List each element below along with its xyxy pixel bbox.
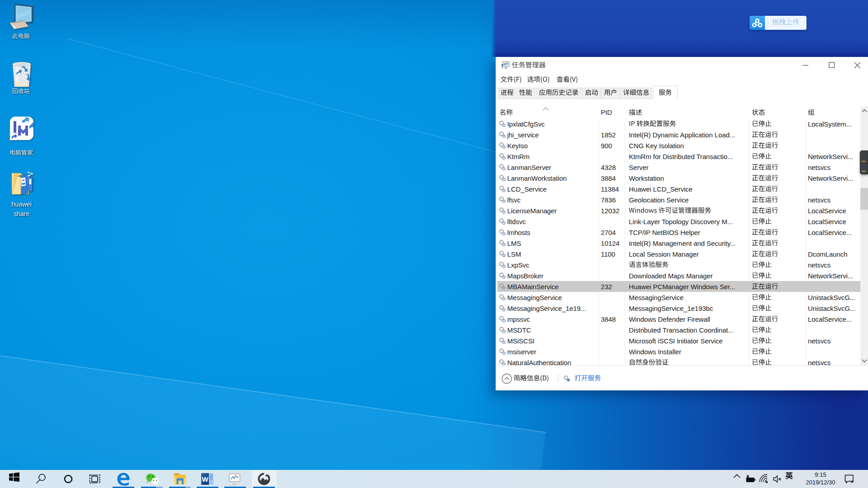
svg-text:W: W [202,475,208,483]
